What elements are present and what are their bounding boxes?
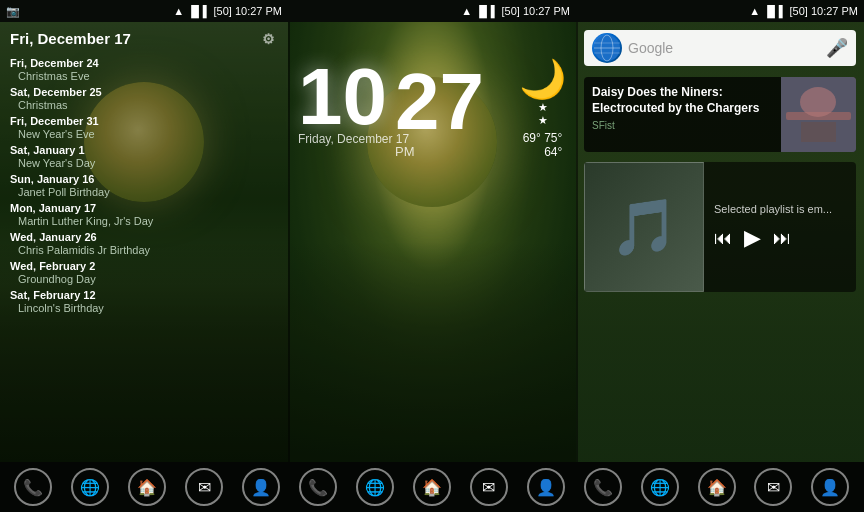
cal-event: Groundhog Day (10, 273, 278, 285)
cal-event: Janet Poll Birthday (10, 186, 278, 198)
right-panel: Google 🎤 Daisy Does the Niners: Electroc… (576, 22, 864, 462)
music-note-icon: 🎵 (610, 195, 679, 260)
music-controls: Selected playlist is em... ⏮ ▶ ⏭ (704, 195, 856, 259)
app-dock: 📞 🌐 🏠 ✉ 👤 📞 🌐 🏠 ✉ 👤 📞 🌐 🏠 ✉ 👤 (0, 462, 864, 512)
search-bar[interactable]: Google 🎤 (584, 30, 856, 66)
svg-point-7 (800, 87, 836, 117)
playlist-text: Selected playlist is em... (714, 203, 846, 215)
dock-browser-2[interactable]: 🌐 (356, 468, 394, 506)
news-image (781, 77, 856, 152)
wifi-icon-right: ▲ (749, 5, 760, 17)
status-bar-left: 📷 ▲ ▐▌▌ [50] 10:27 PM (0, 0, 288, 22)
dock-phone-3[interactable]: 📞 (584, 468, 622, 506)
search-input[interactable]: Google (628, 40, 820, 56)
clock-date: Friday, December 17 (298, 132, 409, 146)
music-player: 🎵 Selected playlist is em... ⏮ ▶ ⏭ (584, 162, 856, 292)
signal-icon-right: ▐▌▌ (763, 5, 786, 17)
weather-temp: 69° 75°64° (523, 131, 563, 159)
cal-date: Sat, February 12 (10, 289, 278, 301)
weather-stars: ★★ (538, 101, 548, 127)
cal-date: Wed, February 2 (10, 260, 278, 272)
cal-event: New Year's Day (10, 157, 278, 169)
weather-moon-icon: 🌙 (519, 57, 566, 101)
gear-icon[interactable]: ⚙ (262, 31, 278, 47)
wifi-icon: ▲ (173, 5, 184, 17)
news-text: Daisy Does the Niners: Electrocuted by t… (584, 77, 781, 152)
cal-event: New Year's Eve (10, 128, 278, 140)
cal-event: Christmas (10, 99, 278, 111)
clock-ampm: PM (395, 144, 415, 159)
cal-date: Sun, January 16 (10, 173, 278, 185)
weather-widget: 🌙 ★★ 69° 75°64° (519, 57, 566, 159)
signal-icon-mid: ▐▌▌ (475, 5, 498, 17)
news-source: SFist (592, 120, 773, 131)
cal-event: Christmas Eve (10, 70, 278, 82)
dock-home-3[interactable]: 🏠 (698, 468, 736, 506)
time-right: 10:27 PM (811, 5, 858, 17)
status-bar-mid: ▲ ▐▌▌ [50] 10:27 PM (288, 0, 576, 22)
news-title: Daisy Does the Niners: Electrocuted by t… (592, 85, 773, 116)
status-bar-right: ▲ ▐▌▌ [50] 10:27 PM (576, 0, 864, 22)
dock-contacts-3[interactable]: 👤 (811, 468, 849, 506)
next-button[interactable]: ⏭ (773, 228, 791, 249)
dock-home-2[interactable]: 🏠 (413, 468, 451, 506)
time-mid: 10:27 PM (523, 5, 570, 17)
battery-icon: [50] (214, 5, 232, 17)
camera-icon: 📷 (6, 5, 20, 18)
cal-date: Fri, December 24 (10, 57, 278, 69)
dock-mail-2[interactable]: ✉ (470, 468, 508, 506)
calendar-list: Fri, December 24Christmas EveSat, Decemb… (0, 51, 288, 316)
dock-contacts-1[interactable]: 👤 (242, 468, 280, 506)
panel-divider-2 (576, 22, 578, 462)
dock-phone-2[interactable]: 📞 (299, 468, 337, 506)
calendar-title: Fri, December 17 (10, 30, 131, 47)
clock-panel: 10 27 PM Friday, December 17 🌙 ★★ 69° 75… (288, 22, 576, 462)
news-card[interactable]: Daisy Does the Niners: Electrocuted by t… (584, 77, 856, 152)
dock-browser-3[interactable]: 🌐 (641, 468, 679, 506)
cal-date: Fri, December 31 (10, 115, 278, 127)
cal-date: Sat, January 1 (10, 144, 278, 156)
cal-event: Chris Palamidis Jr Birthday (10, 244, 278, 256)
dock-phone-1[interactable]: 📞 (14, 468, 52, 506)
play-button[interactable]: ▶ (744, 225, 761, 251)
time-left: 10:27 PM (235, 5, 282, 17)
news-thumbnail (781, 77, 856, 152)
battery-right: [50] (790, 5, 808, 17)
battery-mid: [50] (502, 5, 520, 17)
calendar-header: Fri, December 17 ⚙ (0, 22, 288, 51)
dock-mail-3[interactable]: ✉ (754, 468, 792, 506)
clock-minute: 27 (395, 62, 484, 142)
album-art: 🎵 (584, 162, 704, 292)
calendar-panel: Fri, December 17 ⚙ Fri, December 24Chris… (0, 22, 288, 462)
cal-date: Sat, December 25 (10, 86, 278, 98)
cal-date: Wed, January 26 (10, 231, 278, 243)
svg-rect-8 (801, 122, 836, 142)
dock-contacts-2[interactable]: 👤 (527, 468, 565, 506)
mic-icon[interactable]: 🎤 (826, 37, 848, 59)
dock-mail-1[interactable]: ✉ (185, 468, 223, 506)
cal-date: Mon, January 17 (10, 202, 278, 214)
wifi-icon-mid: ▲ (461, 5, 472, 17)
dock-home-1[interactable]: 🏠 (128, 468, 166, 506)
cal-event: Martin Luther King, Jr's Day (10, 215, 278, 227)
playback-controls: ⏮ ▶ ⏭ (714, 225, 846, 251)
cal-event: Lincoln's Birthday (10, 302, 278, 314)
clock-hour: 10 (298, 57, 387, 137)
google-globe (592, 33, 622, 63)
dock-browser-1[interactable]: 🌐 (71, 468, 109, 506)
prev-button[interactable]: ⏮ (714, 228, 732, 249)
signal-icon: ▐▌▌ (187, 5, 210, 17)
panel-divider-1 (288, 22, 290, 462)
